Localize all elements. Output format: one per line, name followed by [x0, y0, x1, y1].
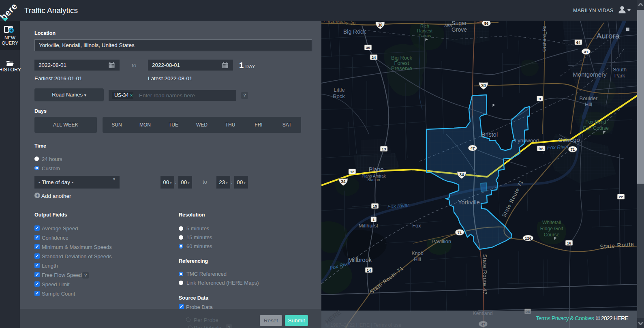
- svg-text:Hill: Hill: [414, 257, 421, 262]
- svg-text:Millbrook: Millbrook: [348, 257, 372, 263]
- svg-text:Millhurst: Millhurst: [359, 223, 379, 229]
- svg-text:24: 24: [372, 55, 376, 60]
- svg-text:Pavillion: Pavillion: [432, 238, 451, 244]
- svg-text:Terms Privacy & Cookies: Terms Privacy & Cookies: [536, 315, 594, 322]
- svg-text:Rich: Rich: [420, 24, 429, 28]
- svg-text:Rock: Rock: [333, 93, 345, 99]
- svg-text:© 2022 HERE: © 2022 HERE: [596, 315, 629, 322]
- svg-text:Sugar: Sugar: [451, 21, 467, 26]
- svg-text:14: 14: [367, 268, 371, 272]
- svg-text:Hill: Hill: [585, 101, 592, 107]
- svg-text:State Route 47: State Route 47: [482, 254, 488, 295]
- svg-text:71: 71: [571, 147, 575, 152]
- svg-text:13: 13: [382, 147, 386, 151]
- svg-text:9: 9: [539, 96, 541, 101]
- svg-text:Park: Park: [614, 73, 625, 79]
- svg-text:47: 47: [471, 146, 475, 150]
- svg-text:Golf Course: Golf Course: [583, 125, 609, 131]
- svg-text:22: 22: [619, 195, 623, 199]
- svg-text:56: 56: [484, 21, 489, 26]
- svg-text:Yorkville: Yorkville: [458, 199, 479, 206]
- svg-text:Plano: Plano: [368, 166, 383, 173]
- svg-text:71: 71: [458, 230, 462, 235]
- svg-text:126: 126: [525, 236, 531, 240]
- svg-text:Aurora: Aurora: [596, 32, 619, 40]
- svg-text:34: 34: [459, 173, 464, 177]
- svg-text:30: 30: [378, 23, 383, 28]
- svg-text:Montgomery: Montgomery: [573, 71, 607, 78]
- svg-text:Harvest: Harvest: [417, 28, 432, 33]
- svg-text:Big Rock: Big Rock: [343, 28, 366, 35]
- svg-text:12: 12: [350, 169, 355, 174]
- svg-text:15: 15: [373, 204, 377, 208]
- svg-text:Whitetail: Whitetail: [542, 220, 561, 225]
- svg-text:1: 1: [372, 217, 375, 222]
- svg-text:© 1987–2022 HERE | Terms of us: © 1987–2022 HERE | Terms of use: [325, 322, 401, 328]
- svg-text:35: 35: [366, 45, 370, 50]
- svg-text:Fox Bend: Fox Bend: [585, 119, 606, 125]
- svg-text:16: 16: [567, 241, 571, 245]
- svg-text:South: South: [613, 66, 627, 73]
- svg-text:Ridge Golf: Ridge Golf: [540, 226, 563, 232]
- svg-text:Little: Little: [334, 87, 344, 93]
- svg-text:Preserve: Preserve: [391, 65, 412, 71]
- svg-text:Fox River: Fox River: [547, 144, 569, 151]
- svg-text:Course: Course: [544, 232, 560, 238]
- svg-text:64: 64: [576, 40, 581, 45]
- svg-text:Lynnwood: Lynnwood: [515, 137, 539, 144]
- svg-text:Station: Station: [367, 178, 380, 182]
- svg-text:Bristol: Bristol: [481, 131, 498, 138]
- svg-text:Farms: Farms: [418, 33, 431, 38]
- svg-text:Boulder: Boulder: [580, 95, 598, 101]
- svg-text:30: 30: [481, 84, 486, 88]
- svg-text:Knob: Knob: [411, 251, 423, 256]
- svg-text:31: 31: [584, 49, 588, 54]
- svg-text:9A: 9A: [539, 146, 543, 151]
- svg-text:34: 34: [341, 180, 346, 184]
- svg-text:Fox: Fox: [412, 223, 421, 229]
- svg-text:Oswego: Oswego: [558, 137, 580, 143]
- svg-text:Grove: Grove: [451, 26, 467, 33]
- svg-text:Orchard_Rd: Orchard_Rd: [542, 26, 547, 52]
